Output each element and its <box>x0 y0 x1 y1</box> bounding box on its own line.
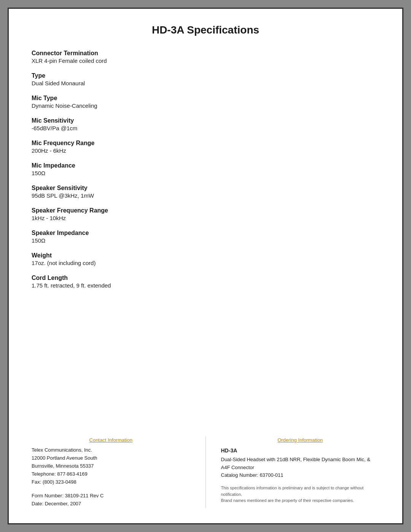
spec-value-mic-frequency-range: 200Hz - 6kHz <box>32 147 379 154</box>
contact-company: Telex Communications, Inc. <box>32 446 190 454</box>
page-title: HD-3A Specifications <box>32 24 379 36</box>
contact-address1: 12000 Portland Avenue South <box>32 454 190 462</box>
spec-label-mic-sensitivity: Mic Sensitivity <box>32 117 379 124</box>
spec-label-weight: Weight <box>32 252 379 259</box>
spec-value-weight: 17oz. (not including cord) <box>32 260 379 266</box>
page-container: HD-3A Specifications Connector Terminati… <box>8 8 403 524</box>
spec-label-connector-termination: Connector Termination <box>32 50 379 57</box>
spec-label-mic-impedance: Mic Impedance <box>32 162 379 169</box>
contact-fax: Fax: (800) 323-0498 <box>32 478 190 486</box>
spec-speaker-sensitivity: Speaker Sensitivity95dB SPL @3kHz, 1mW <box>32 185 379 199</box>
spec-value-cord-length: 1.75 ft. retracted, 9 ft. extended <box>32 282 379 289</box>
spec-cord-length: Cord Length1.75 ft. retracted, 9 ft. ext… <box>32 275 379 289</box>
spec-mic-type: Mic TypeDynamic Noise-Canceling <box>32 95 379 109</box>
ordering-product-name: HD-3A <box>221 446 380 455</box>
spec-value-connector-termination: XLR 4-pin Female coiled cord <box>32 58 379 64</box>
spec-value-speaker-frequency-range: 1kHz - 10kHz <box>32 215 379 221</box>
spec-label-type: Type <box>32 72 379 79</box>
spec-speaker-frequency-range: Speaker Frequency Range1kHz - 10kHz <box>32 207 379 221</box>
spec-weight: Weight17oz. (not including cord) <box>32 252 379 266</box>
footer-divider <box>206 436 206 508</box>
form-date: Date: December, 2007 <box>32 500 190 508</box>
spec-speaker-impedance: Speaker Impedance150Ω <box>32 230 379 244</box>
spec-connector-termination: Connector TerminationXLR 4-pin Female co… <box>32 50 379 64</box>
spec-mic-sensitivity: Mic Sensitivity-65dBV/Pa @1cm <box>32 117 379 131</box>
spec-label-speaker-frequency-range: Speaker Frequency Range <box>32 207 379 214</box>
spec-label-mic-frequency-range: Mic Frequency Range <box>32 140 379 147</box>
spec-value-speaker-impedance: 150Ω <box>32 237 379 244</box>
spec-mic-frequency-range: Mic Frequency Range200Hz - 6kHz <box>32 140 379 154</box>
contact-section-title: Contact Information <box>32 436 190 444</box>
spec-value-mic-sensitivity: -65dBV/Pa @1cm <box>32 125 379 131</box>
contact-address2: Burnsville, Minnesota 55337 <box>32 462 190 470</box>
spec-label-cord-length: Cord Length <box>32 275 379 281</box>
spec-mic-impedance: Mic Impedance150Ω <box>32 162 379 176</box>
spec-type: TypeDual Sided Monaural <box>32 72 379 86</box>
spec-label-speaker-impedance: Speaker Impedance <box>32 230 379 236</box>
spec-label-mic-type: Mic Type <box>32 95 379 102</box>
ordering-catalog: Catalog Number: 63700-011 <box>221 471 380 479</box>
spec-value-mic-impedance: 150Ω <box>32 170 379 176</box>
spec-value-type: Dual Sided Monaural <box>32 80 379 86</box>
ordering-note1: This specifications information is preli… <box>221 485 380 497</box>
spec-value-mic-type: Dynamic Noise-Canceling <box>32 102 379 109</box>
spec-label-speaker-sensitivity: Speaker Sensitivity <box>32 185 379 192</box>
spec-value-speaker-sensitivity: 95dB SPL @3kHz, 1mW <box>32 192 379 199</box>
specs-section: Connector TerminationXLR 4-pin Female co… <box>32 50 379 425</box>
contact-info: Contact Information Telex Communications… <box>32 436 190 508</box>
ordering-note2: Brand names mentioned are the property o… <box>221 497 380 504</box>
ordering-description: Dual-Sided Headset with 21dB NRR, Flexib… <box>221 456 380 472</box>
ordering-section-title: Ordering Information <box>221 436 380 444</box>
footer: Contact Information Telex Communications… <box>32 425 379 508</box>
form-number: Form Number: 38109-211 Rev C <box>32 492 190 500</box>
ordering-info: Ordering Information HD-3A Dual-Sided He… <box>221 436 380 504</box>
contact-telephone: Telephone: 877·863·4169 <box>32 470 190 478</box>
